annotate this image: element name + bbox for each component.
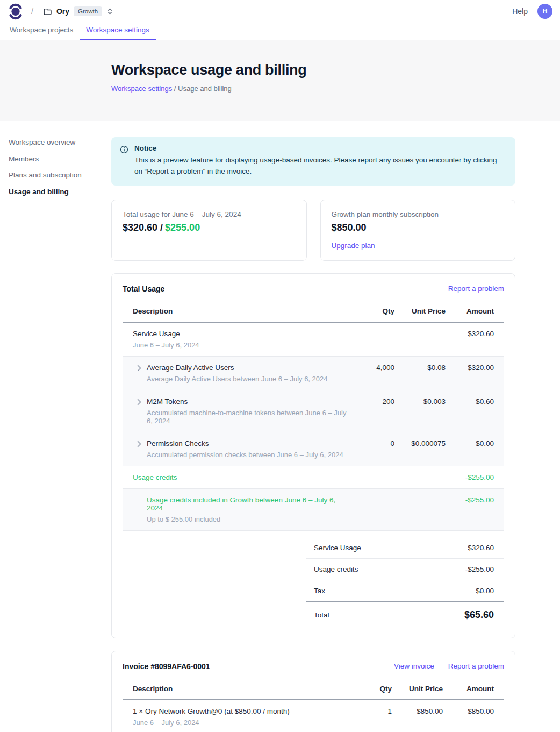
- table-row: Average Daily Active Users Average Daily…: [123, 357, 504, 390]
- usage-report-problem-link[interactable]: Report a problem: [448, 285, 504, 293]
- row-subtitle: Accumulated machine-to-machine tokens be…: [147, 409, 351, 425]
- total-usage-amount: $320.60 /$255.00: [123, 222, 296, 233]
- row-qty: 1: [353, 707, 392, 715]
- invoice-table: Description Qty Unit Price Amount 1 × Or…: [123, 679, 504, 732]
- row-amount: $0.60: [446, 397, 494, 406]
- ory-logo-icon: [9, 3, 23, 20]
- row-name: M2M Tokens: [147, 397, 351, 406]
- grand-total-label: Total: [314, 611, 329, 619]
- workspace-name: Ory: [56, 7, 69, 16]
- sidebar-item-workspace-overview[interactable]: Workspace overview: [9, 138, 106, 147]
- main-content: Notice This is a preview feature for dis…: [111, 121, 515, 732]
- table-row: Usage credits included in Growth between…: [123, 489, 504, 531]
- col-description: Description: [133, 307, 351, 315]
- sidebar-item-usage-and-billing[interactable]: Usage and billing: [9, 187, 106, 197]
- usage-panel-title: Total Usage: [123, 285, 164, 293]
- row-qty: 200: [351, 397, 394, 406]
- col-unit-price: Unit Price: [392, 685, 443, 693]
- row-amount: $320.60: [446, 330, 494, 338]
- workspace-switcher[interactable]: Ory Growth: [43, 6, 113, 16]
- breadcrumb-workspace-settings-link[interactable]: Workspace settings: [111, 84, 172, 93]
- col-amount: Amount: [443, 685, 494, 693]
- row-name: Usage credits included in Growth between…: [147, 496, 351, 512]
- plan-subscription-card: Growth plan monthly subscription $850.00…: [320, 200, 516, 261]
- col-qty: Qty: [351, 307, 394, 315]
- chevron-right-icon[interactable]: [137, 399, 141, 406]
- row-name: 1 × Ory Network Growth@0 (at $850.00 / m…: [133, 707, 353, 715]
- row-amount: $0.00: [446, 439, 494, 447]
- tab-workspace-projects[interactable]: Workspace projects: [3, 23, 80, 40]
- total-usage-card: Total usage for June 6 – July 6, 2024 $3…: [111, 200, 307, 261]
- totals-row: Usage credits -$255.00: [306, 559, 504, 580]
- page-header: Workspace usage and billing Workspace se…: [0, 40, 560, 121]
- row-subtitle: Accumulated permission checks between Ju…: [147, 451, 343, 459]
- row-subtitle: Average Daily Active Users between June …: [147, 375, 328, 383]
- plan-label: Growth plan monthly subscription: [332, 210, 505, 218]
- row-unit-price: $0.003: [394, 397, 446, 406]
- usage-credit-limit-value: $255.00: [165, 222, 200, 233]
- invoice-table-header: Description Qty Unit Price Amount: [123, 679, 504, 700]
- table-row: M2M Tokens Accumulated machine-to-machin…: [123, 390, 504, 432]
- total-usage-panel: Total Usage Report a problem Description…: [111, 273, 515, 638]
- totals-value: $320.60: [468, 544, 494, 552]
- upgrade-plan-link[interactable]: Upgrade plan: [332, 241, 375, 250]
- ory-logo[interactable]: [9, 3, 23, 20]
- totals-value: -$255.00: [465, 565, 494, 573]
- col-description: Description: [133, 685, 353, 693]
- col-qty: Qty: [353, 685, 392, 693]
- folder-icon: [43, 7, 52, 16]
- breadcrumb-current: / Usage and billing: [172, 84, 232, 93]
- totals-label: Service Usage: [314, 544, 361, 552]
- row-unit-price: $0.000075: [394, 439, 446, 447]
- row-amount: -$255.00: [446, 473, 494, 481]
- usage-table: Description Qty Unit Price Amount Servic…: [123, 302, 504, 531]
- row-subtitle: Up to $ 255.00 included: [147, 515, 351, 523]
- row-subtitle: June 6 – July 6, 2024: [133, 719, 353, 727]
- view-invoice-link[interactable]: View invoice: [394, 662, 434, 670]
- sidebar-item-plans-and-subscription[interactable]: Plans and subscription: [9, 170, 106, 180]
- row-qty: 0: [351, 439, 394, 447]
- invoice-panel: Invoice #8099AFA6-0001 View invoice Repo…: [111, 651, 515, 732]
- settings-sidebar: Workspace overview Members Plans and sub…: [0, 121, 111, 203]
- summary-cards: Total usage for June 6 – July 6, 2024 $3…: [111, 200, 515, 261]
- totals-row: Tax $0.00: [306, 580, 504, 602]
- help-link[interactable]: Help: [512, 7, 528, 16]
- chevron-right-icon[interactable]: [137, 440, 141, 447]
- row-name: Average Daily Active Users: [147, 364, 328, 372]
- top-navigation-bar: / Ory Growth Help H: [0, 0, 560, 23]
- breadcrumb-separator: /: [31, 7, 33, 16]
- grand-total-value: $65.60: [464, 609, 494, 621]
- total-usage-label: Total usage for June 6 – July 6, 2024: [123, 210, 296, 218]
- table-row: Usage credits -$255.00: [123, 466, 504, 489]
- row-amount: -$255.00: [446, 496, 494, 504]
- tab-workspace-settings[interactable]: Workspace settings: [80, 23, 156, 40]
- page-title: Workspace usage and billing: [111, 62, 560, 79]
- totals-label: Usage credits: [314, 565, 358, 573]
- plan-amount: $850.00: [332, 222, 505, 233]
- chevron-up-down-icon[interactable]: [106, 7, 113, 16]
- invoice-title: Invoice #8099AFA6-0001: [123, 662, 210, 671]
- table-row: Permission Checks Accumulated permission…: [123, 432, 504, 466]
- usage-amount-value: $320.60 /: [123, 222, 163, 233]
- totals-label: Tax: [314, 587, 325, 595]
- workspace-tabs: Workspace projects Workspace settings: [0, 23, 560, 40]
- row-name: Service Usage: [133, 330, 351, 338]
- chevron-right-icon[interactable]: [137, 365, 141, 372]
- info-icon: [120, 145, 128, 154]
- totals-value: $0.00: [476, 587, 494, 595]
- col-amount: Amount: [446, 307, 494, 315]
- sidebar-item-members[interactable]: Members: [9, 154, 106, 164]
- row-subtitle: June 6 – July 6, 2024: [133, 341, 351, 349]
- breadcrumb: Workspace settings / Usage and billing: [111, 84, 560, 93]
- table-row: Service Usage June 6 – July 6, 2024 $320…: [123, 323, 504, 357]
- usage-totals: Service Usage $320.60 Usage credits -$25…: [306, 537, 504, 627]
- col-unit-price: Unit Price: [394, 307, 446, 315]
- row-unit-price: $0.08: [394, 364, 446, 372]
- preview-notice: Notice This is a preview feature for dis…: [111, 137, 515, 186]
- workspace-plan-badge: Growth: [74, 6, 102, 16]
- row-name: Permission Checks: [147, 439, 343, 447]
- row-qty: 4,000: [351, 364, 394, 372]
- notice-body: This is a preview feature for displaying…: [134, 155, 506, 177]
- avatar[interactable]: H: [537, 4, 552, 19]
- invoice-report-problem-link[interactable]: Report a problem: [448, 662, 504, 670]
